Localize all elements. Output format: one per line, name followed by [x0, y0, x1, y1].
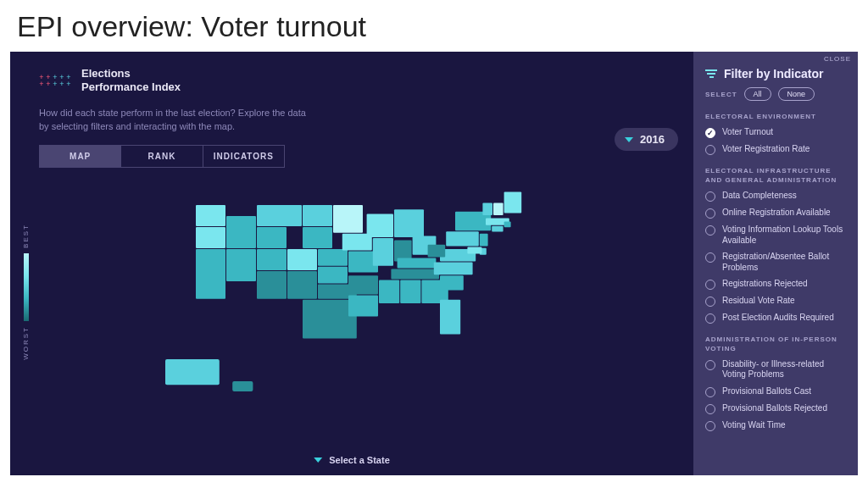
indicator-option[interactable]: Registration/Absentee Ballot Problems — [705, 252, 846, 273]
select-state-label: Select a State — [329, 455, 390, 465]
state-id[interactable] — [226, 216, 256, 248]
indicator-section-label: ADMINISTRATION OF IN-PERSON VOTING — [705, 336, 846, 353]
radio-icon — [705, 297, 715, 307]
year-selector[interactable]: 2016 — [615, 128, 678, 151]
state-il[interactable] — [373, 238, 393, 266]
slide-title: EPI overview: Voter turnout — [0, 0, 868, 52]
state-mt[interactable] — [257, 205, 302, 226]
state-mn[interactable] — [333, 205, 363, 233]
state-vt[interactable] — [482, 202, 492, 215]
filter-icon — [705, 69, 717, 78]
tab-rank[interactable]: RANK — [120, 146, 202, 167]
select-all-button[interactable]: All — [744, 87, 771, 101]
indicator-label: Voting Wait Time — [722, 420, 786, 431]
indicator-label: Data Completeness — [722, 191, 797, 202]
state-wi[interactable] — [367, 214, 393, 237]
caret-down-icon — [314, 458, 322, 463]
state-ri[interactable] — [504, 221, 511, 227]
state-mi[interactable] — [394, 209, 424, 237]
state-or[interactable] — [196, 227, 225, 248]
state-ct[interactable] — [492, 226, 503, 232]
indicator-option[interactable]: Residual Vote Rate — [705, 296, 846, 307]
state-ak[interactable] — [165, 359, 220, 385]
state-fl[interactable] — [440, 300, 460, 335]
select-none-button[interactable]: None — [778, 87, 815, 101]
indicator-option[interactable]: Voting Wait Time — [705, 420, 846, 431]
state-me[interactable] — [504, 191, 522, 213]
indicator-section-label: ELECTORAL ENVIRONMENT — [705, 113, 846, 121]
radio-icon — [705, 387, 715, 397]
brand-row: +++++ +++++ Elections Performance Index — [39, 67, 673, 93]
state-ut[interactable] — [257, 249, 287, 270]
state-nv[interactable] — [226, 249, 256, 281]
state-nm[interactable] — [287, 271, 317, 299]
radio-icon — [705, 208, 715, 219]
state-al[interactable] — [400, 280, 420, 303]
radio-icon — [705, 191, 715, 202]
indicator-option[interactable]: Voter Registration Rate — [705, 144, 846, 155]
state-md[interactable] — [467, 247, 481, 253]
close-button[interactable]: CLOSE — [824, 55, 851, 63]
radio-icon — [705, 225, 715, 236]
indicator-label: Registration/Absentee Ballot Problems — [722, 252, 846, 273]
map-area — [39, 175, 673, 429]
indicator-option[interactable]: Post Election Audits Required — [705, 313, 846, 324]
indicator-label: Residual Vote Rate — [722, 296, 795, 307]
radio-icon — [705, 145, 715, 155]
indicator-option[interactable]: Online Registration Available — [705, 208, 846, 219]
state-ms[interactable] — [379, 280, 399, 303]
state-ar[interactable] — [348, 275, 378, 294]
state-nd[interactable] — [303, 205, 332, 226]
state-co[interactable] — [287, 249, 317, 270]
select-row: SELECT All None — [705, 87, 846, 101]
legend-best: BEST — [22, 224, 30, 248]
state-ne[interactable] — [318, 249, 348, 266]
state-la[interactable] — [348, 296, 378, 317]
tab-map[interactable]: MAP — [40, 146, 120, 167]
legend-gradient-icon — [24, 253, 29, 321]
radio-icon — [705, 360, 715, 370]
state-nh[interactable] — [493, 202, 504, 215]
indicator-option[interactable]: Registrations Rejected — [705, 279, 846, 290]
indicator-option[interactable]: Data Completeness — [705, 191, 846, 202]
us-choropleth-map[interactable] — [119, 175, 593, 429]
indicator-option[interactable]: Provisional Ballots Rejected — [705, 403, 846, 414]
state-tn[interactable] — [391, 269, 439, 279]
brand-line1: Elections — [81, 67, 181, 80]
indicator-option[interactable]: Voting Information Lookup Tools Availabl… — [705, 225, 846, 246]
state-ky[interactable] — [398, 258, 437, 268]
state-hi[interactable] — [232, 381, 253, 391]
indicator-label: Provisional Ballots Rejected — [722, 403, 827, 414]
state-wv[interactable] — [428, 245, 446, 258]
state-ca[interactable] — [196, 249, 225, 299]
caret-down-icon — [625, 137, 633, 142]
state-nj[interactable] — [480, 234, 488, 247]
indicator-label: Voter Turnout — [722, 127, 773, 138]
indicator-label: Online Registration Available — [722, 208, 831, 219]
year-value: 2016 — [640, 133, 665, 146]
state-sc[interactable] — [440, 275, 464, 290]
indicator-option[interactable]: Voter Turnout — [705, 127, 846, 138]
state-wy[interactable] — [257, 227, 287, 248]
state-nc[interactable] — [434, 263, 473, 275]
indicator-label: Voting Information Lookup Tools Availabl… — [722, 225, 846, 246]
check-icon — [705, 128, 715, 138]
app-container: +++++ +++++ Elections Performance Index … — [10, 52, 858, 475]
indicator-label: Disability- or Illness-related Voting Pr… — [722, 359, 846, 380]
state-az[interactable] — [257, 271, 287, 299]
intro-text: How did each state perform in the last e… — [39, 107, 310, 133]
radio-icon — [705, 252, 715, 263]
tab-indicators[interactable]: INDICATORS — [203, 146, 284, 167]
indicator-option[interactable]: Disability- or Illness-related Voting Pr… — [705, 359, 846, 380]
brand-plus-grid-icon: +++++ +++++ — [39, 75, 71, 86]
radio-icon — [705, 280, 715, 290]
state-ks[interactable] — [318, 267, 348, 284]
radio-icon — [705, 313, 715, 324]
state-sd[interactable] — [303, 227, 332, 248]
state-wa[interactable] — [196, 205, 225, 226]
select-state-dropdown[interactable]: Select a State — [314, 455, 390, 465]
state-pa[interactable] — [446, 231, 479, 246]
indicator-label: Registrations Rejected — [722, 279, 808, 290]
indicator-option[interactable]: Provisional Ballots Cast — [705, 386, 846, 397]
filter-title: Filter by Indicator — [724, 67, 823, 80]
